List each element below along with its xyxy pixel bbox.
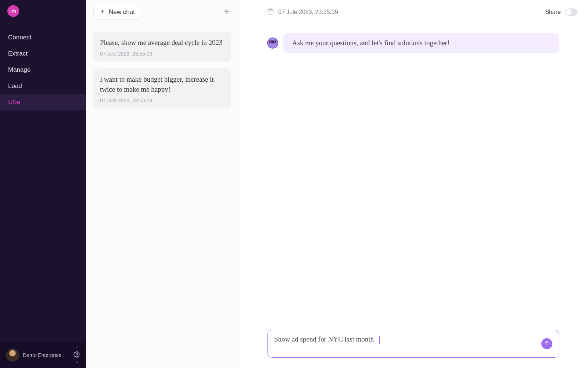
composer[interactable]: Show ad spend for NYC last month	[267, 330, 559, 358]
logo: im	[0, 0, 86, 22]
assistant-bubble: Ask me your questions, and let's find so…	[283, 33, 559, 53]
gear-icon[interactable]	[74, 351, 80, 359]
sidebar-item-connect[interactable]: Connect	[0, 29, 86, 46]
share-control: Share	[545, 8, 578, 16]
sidebar-footer: Demo Enterprise ⌃ ⌄	[0, 342, 86, 368]
main-header: 07 Jule 2023, 23:55:09 Share	[239, 0, 588, 24]
new-chat-button[interactable]: New chat	[93, 5, 141, 20]
svg-rect-4	[268, 9, 273, 14]
collapse-panel-icon[interactable]	[223, 8, 231, 17]
chat-card[interactable]: I want to make budget bigger, increase i…	[93, 68, 231, 109]
assistant-avatar-icon	[267, 38, 278, 49]
chat-cards: Please, show me average deal cycle in 20…	[86, 24, 238, 116]
text-cursor	[379, 336, 380, 344]
sidebar-item-extract[interactable]: Extract	[0, 46, 86, 62]
new-chat-label: New chat	[109, 8, 135, 16]
main-panel: 07 Jule 2023, 23:55:09 Share Ask me your…	[239, 0, 588, 368]
chat-list-header: New chat	[86, 0, 238, 24]
conversation: Ask me your questions, and let's find so…	[239, 24, 588, 330]
chat-card-title: Please, show me average deal cycle in 20…	[100, 38, 224, 48]
sidebar-item-manage[interactable]: Manage	[0, 62, 86, 78]
chat-list-panel: New chat Please, show me average deal cy…	[86, 0, 239, 368]
user-avatar[interactable]	[6, 348, 19, 362]
assistant-message: Ask me your questions, and let's find so…	[267, 33, 559, 53]
composer-area: Show ad spend for NYC last month	[239, 330, 588, 368]
chat-card-timestamp: 07 Jule 2023, 23:55:09	[100, 98, 224, 103]
calendar-icon	[267, 8, 274, 16]
composer-input[interactable]: Show ad spend for NYC last month	[274, 335, 552, 344]
share-toggle[interactable]	[564, 8, 578, 16]
workspace-name: Demo Enterprise	[23, 352, 70, 358]
sidebar-item-load[interactable]: Load	[0, 78, 86, 94]
share-label: Share	[545, 9, 561, 15]
sidebar-item-use[interactable]: USe	[0, 94, 86, 110]
header-date: 07 Jule 2023, 23:55:09	[267, 8, 338, 16]
sidebar: im Connect Extract Manage Load USe Demo …	[0, 0, 86, 368]
logo-circle: im	[7, 5, 19, 17]
sidebar-nav: Connect Extract Manage Load USe	[0, 29, 86, 110]
chevron-down-icon[interactable]: ⌄	[75, 361, 78, 364]
svg-point-0	[76, 354, 78, 355]
plus-icon	[100, 8, 105, 16]
chat-card[interactable]: Please, show me average deal cycle in 20…	[93, 32, 231, 62]
send-button[interactable]	[541, 338, 552, 349]
chat-card-title: I want to make budget bigger, increase i…	[100, 74, 224, 95]
arrow-up-icon	[544, 340, 550, 347]
header-timestamp: 07 Jule 2023, 23:55:09	[278, 9, 338, 15]
chevron-up-icon[interactable]: ⌃	[75, 347, 78, 350]
chat-card-timestamp: 07 Jule 2023, 23:55:09	[100, 51, 224, 57]
